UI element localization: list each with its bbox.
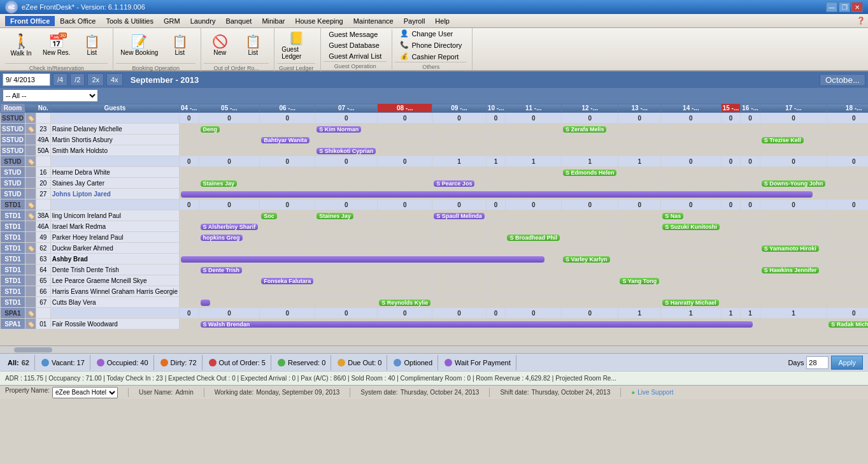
guest-database-button[interactable]: Guest Database <box>324 40 387 50</box>
guest-message-button[interactable]: Guest Message <box>324 29 387 40</box>
names-cell: Hearne Debra White <box>50 167 179 178</box>
col-13: 13 -... <box>618 104 661 113</box>
property-select[interactable]: eZee Beach Hotel <box>52 387 118 398</box>
booking-bar[interactable]: S Suzuki Kunitoshi <box>662 224 720 230</box>
booking-bar[interactable]: S Downs-Young John <box>762 180 825 187</box>
booking-bar[interactable]: S Shikokoti Cyprian <box>317 148 376 154</box>
names-cell: ling Unicom Ireland Paul <box>50 210 179 221</box>
col-09: 09 -... <box>432 104 487 113</box>
icon-cell <box>25 178 36 189</box>
new-booking-button[interactable]: 📝 New Booking <box>116 27 162 63</box>
menu-minibar[interactable]: Minibar <box>257 16 290 26</box>
room-cell: STD1 <box>1 232 25 243</box>
table-row: SSTUD 🏷️ 000000000000000000000000000 <box>1 113 869 124</box>
num-cell: 63 <box>36 254 50 265</box>
booking-bar[interactable]: Fonseka Falutara <box>261 278 313 284</box>
booking-bar[interactable]: S Yang Tong <box>620 278 659 284</box>
date-input[interactable] <box>3 73 50 86</box>
list-order-button[interactable]: 📋 List <box>237 27 269 63</box>
room-cell: STD1 <box>1 210 25 221</box>
help-icon[interactable]: ❓ <box>857 17 865 25</box>
menu-back-office[interactable]: Back Office <box>55 16 101 26</box>
list-booking-button[interactable]: 📋 List <box>164 27 196 63</box>
booking-bar[interactable] <box>181 191 813 198</box>
booking-bar[interactable]: S Pearce Jos <box>434 180 474 187</box>
close-button[interactable]: ✕ <box>851 2 863 12</box>
booking-bar[interactable]: Staines Jay <box>201 180 238 187</box>
zoom-quarter-button[interactable]: /4 <box>53 73 68 86</box>
zoom-half-button[interactable]: /2 <box>70 73 85 86</box>
filter-bar: -- All -- <box>0 88 868 103</box>
booking-bar[interactable]: Deng <box>201 126 220 133</box>
new-res-button[interactable]: 📅 30 New Res. <box>38 27 75 63</box>
room-cell: SPA1 <box>1 319 25 330</box>
booking-bar[interactable] <box>201 300 211 306</box>
menu-help[interactable]: Help <box>430 16 455 26</box>
checkin-section-label: Check In/Reservation <box>5 63 108 71</box>
booking-bar[interactable]: S Yamamoto Hiroki <box>762 245 819 252</box>
apply-button[interactable]: Apply <box>831 356 863 370</box>
minimize-button[interactable]: — <box>826 2 837 12</box>
change-user-button[interactable]: 👤 Change User <box>395 28 467 39</box>
guest-ledger-button[interactable]: 📒 Guest Ledger <box>277 27 315 63</box>
cashier-report-button[interactable]: 💰 Cashier Report <box>395 51 467 62</box>
menu-housekeeping[interactable]: House Keeping <box>290 16 348 26</box>
booking-bar[interactable]: S Alsherbiny Sharif <box>201 224 259 230</box>
occupied-dot <box>97 359 104 366</box>
num-cell <box>36 113 50 124</box>
booking-bar[interactable]: S Edmonds Helen <box>563 170 617 176</box>
booking-bar[interactable]: S Broadhead Phil <box>507 235 560 241</box>
names-cell <box>50 113 179 124</box>
booking-bar[interactable]: hopkins Greg <box>201 235 243 241</box>
dirty-item: Dirty: 72 <box>155 355 203 370</box>
menu-banquet[interactable]: Banquet <box>220 16 257 26</box>
menu-grm[interactable]: GRM <box>159 16 185 26</box>
booking-bar[interactable]: S Kim Norman <box>317 126 361 133</box>
restore-button[interactable]: ❐ <box>839 2 850 12</box>
zoom-2x-button[interactable]: 2x <box>87 73 104 86</box>
next-month-button[interactable]: Octobe... <box>820 74 865 86</box>
booking-bar[interactable]: S Hawkins Jennifer <box>762 267 820 273</box>
table-row: STD1 65 Lee Pearce Graeme Mcneill Skye F… <box>1 275 869 286</box>
outoforder-section-label: Out of Order Ro... <box>204 63 269 71</box>
menu-payroll[interactable]: Payroll <box>399 16 430 26</box>
booking-bar[interactable]: Staines Jay <box>317 213 353 219</box>
num-cell: 62 <box>36 243 50 254</box>
booking-bar[interactable]: S Hanratty Michael <box>662 300 719 306</box>
booking-bar[interactable]: S Varley Karlyn <box>563 256 610 263</box>
names-cell: Staines Jay Carter <box>50 178 179 189</box>
booking-bar[interactable]: S Nas <box>662 213 683 219</box>
menu-front-office[interactable]: Front Office <box>5 16 55 26</box>
days-input[interactable] <box>806 356 829 369</box>
walk-in-button[interactable]: 🚶 Walk In <box>5 27 37 63</box>
num-cell: 46A <box>36 221 50 232</box>
booking-bar[interactable]: S Radak Michael <box>829 321 868 328</box>
list-checkin-button[interactable]: 📋 List <box>76 27 108 63</box>
booking-bar[interactable]: S Trezise Kell <box>762 137 804 143</box>
booking-bar[interactable] <box>181 256 544 263</box>
live-support-link[interactable]: ● Live Support <box>631 389 673 396</box>
menu-tools[interactable]: Tools & Utilities <box>101 16 159 26</box>
horizontal-scrollbar[interactable] <box>0 345 868 353</box>
booking-bar[interactable]: Soc <box>261 213 277 219</box>
booking-bar[interactable]: S Spaull Melinda <box>434 213 485 219</box>
guest-arrival-button[interactable]: Guest Arrival List <box>324 51 387 61</box>
menu-laundry[interactable]: Laundry <box>185 16 221 26</box>
names-cell <box>50 308 179 319</box>
room-cell: STD1 <box>1 243 25 254</box>
menu-maintenance[interactable]: Maintenance <box>348 16 399 26</box>
phone-directory-button[interactable]: 📞 Phone Directory <box>395 40 467 50</box>
new-order-button[interactable]: 🚫 New <box>204 27 236 63</box>
icon-cell <box>25 254 36 265</box>
booking-bar[interactable]: Bahtiyar Wanita <box>261 137 309 143</box>
booking-bar[interactable]: S Zerafa Melis <box>563 126 607 133</box>
booking-bar[interactable]: S Reynolds Kylie <box>379 300 430 306</box>
calendar-grid: Room No. Guests 04 -... 05 -... 06 -... … <box>0 103 868 330</box>
booking-bar[interactable]: S Walsh Brendan <box>201 321 753 328</box>
table-row: STD1 67 Cutts Blay Vera S Reynolds Kylie… <box>1 297 869 308</box>
booking-bar[interactable]: S Dente Trish <box>201 267 243 273</box>
room-filter-select[interactable]: -- All -- <box>3 89 98 102</box>
zoom-4x-button[interactable]: 4x <box>106 73 123 86</box>
ledger-section-label: Guest Ledger <box>277 63 315 71</box>
names-cell: Johns Lipton Jared <box>50 189 179 199</box>
